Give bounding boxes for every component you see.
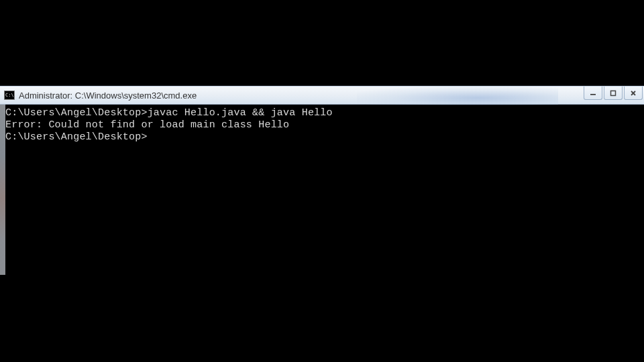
command-text: javac Hello.java && java Hello <box>148 107 333 119</box>
console-line: Error: Could not find or load main class… <box>5 119 639 131</box>
close-button[interactable] <box>624 86 643 100</box>
minimize-icon <box>590 90 596 97</box>
prompt-text: C:\Users\Angel\Desktop> <box>5 107 148 119</box>
desktop-sliver <box>0 105 5 275</box>
output-text: Error: Could not find or load main class… <box>5 119 289 131</box>
cmd-app-icon: C:\ <box>4 90 15 100</box>
aero-glass-effect <box>357 86 558 105</box>
cmd-app-icon-text: C:\ <box>5 93 14 98</box>
minimize-button[interactable] <box>584 86 602 100</box>
window-title: Administrator: C:\Windows\system32\cmd.e… <box>19 90 197 101</box>
letterbox-top <box>0 0 644 86</box>
console-line: C:\Users\Angel\Desktop> <box>5 131 639 143</box>
letterbox-bottom <box>0 275 644 362</box>
console-output[interactable]: C:\Users\Angel\Desktop>javac Hello.java … <box>0 105 644 275</box>
console-line: C:\Users\Angel\Desktop>javac Hello.java … <box>5 107 639 119</box>
prompt-text: C:\Users\Angel\Desktop> <box>5 131 148 143</box>
window-controls <box>584 86 643 100</box>
titlebar[interactable]: C:\ Administrator: C:\Windows\system32\c… <box>0 86 644 105</box>
maximize-icon <box>610 90 616 97</box>
maximize-button[interactable] <box>604 86 623 100</box>
svg-rect-1 <box>611 90 616 95</box>
close-icon <box>630 90 637 97</box>
cmd-window: C:\ Administrator: C:\Windows\system32\c… <box>0 86 644 275</box>
